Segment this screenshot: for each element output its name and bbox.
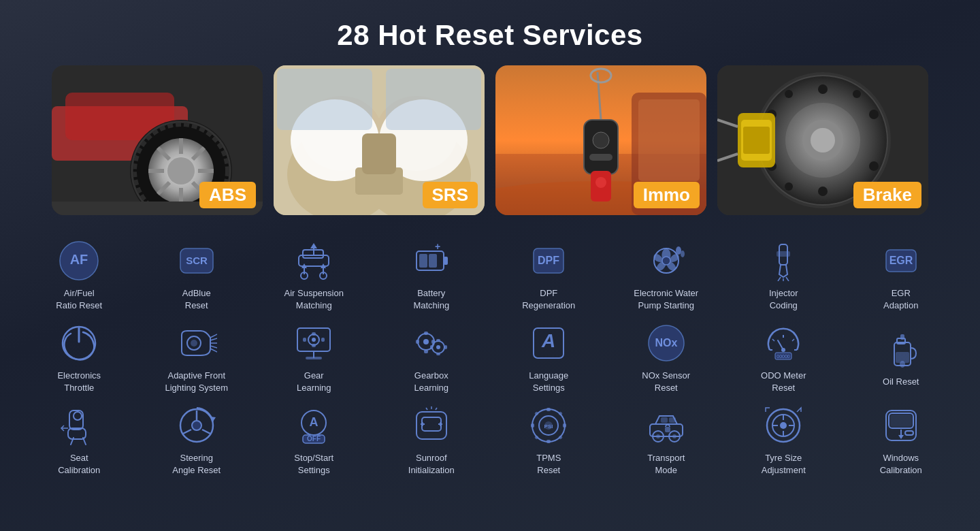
service-label: Tyre SizeAdjustment	[762, 452, 806, 476]
service-language[interactable]: A LanguageSettings	[490, 317, 608, 399]
service-steering[interactable]: SteeringAngle Reset	[138, 399, 256, 481]
service-egr[interactable]: EGR EGRAdaption	[843, 234, 960, 317]
svg-rect-110	[306, 357, 322, 359]
card-srs[interactable]: SRS	[274, 65, 485, 215]
svg-rect-33	[638, 99, 700, 181]
svg-rect-113	[424, 332, 428, 335]
service-seat[interactable]: SeatCalibration	[20, 399, 138, 481]
service-air-suspension[interactable]: Air SuspensionMatching	[255, 234, 373, 317]
egr-icon: EGR	[880, 240, 922, 282]
service-gear-learning[interactable]: GearLearning	[255, 317, 373, 399]
svg-rect-177	[669, 417, 676, 423]
svg-line-99	[210, 346, 217, 349]
svg-line-131	[792, 339, 794, 341]
svg-rect-182	[665, 427, 670, 432]
svg-marker-195	[898, 435, 904, 439]
svg-point-84	[662, 257, 670, 265]
throttle-icon	[58, 322, 100, 364]
srs-label: SRS	[423, 182, 478, 208]
dpf-icon: DPF	[527, 240, 570, 282]
svg-rect-88	[777, 251, 790, 257]
service-transport[interactable]: TransportMode	[608, 399, 725, 481]
card-brake[interactable]: Brake	[717, 65, 928, 215]
svg-point-150	[192, 421, 201, 430]
service-label: Air/FuelRatio Reset	[56, 287, 102, 311]
service-water-pump[interactable]: Electronic WaterPump Starting	[608, 234, 725, 317]
service-stop-start[interactable]: A OFF Stop/StartSettings	[255, 399, 373, 481]
svg-rect-108	[321, 338, 325, 342]
svg-text:EGR: EGR	[889, 255, 913, 266]
svg-line-148	[183, 430, 191, 434]
service-sunroof[interactable]: SunroofInitialization	[373, 399, 491, 481]
svg-line-149	[202, 430, 210, 434]
svg-rect-78	[419, 254, 427, 268]
svg-line-98	[210, 338, 217, 340]
svg-line-162	[436, 408, 437, 410]
svg-point-140	[900, 361, 905, 368]
page-title: 28 Hot Reset Services	[0, 0, 980, 65]
svg-rect-138	[900, 334, 904, 340]
svg-point-51	[853, 90, 861, 98]
oil-icon	[880, 328, 922, 370]
service-label: EGRAdaption	[883, 287, 918, 311]
service-label: TPMSReset	[536, 452, 561, 476]
brake-label: Brake	[853, 182, 921, 208]
service-nox[interactable]: NOx NOx SensorReset	[608, 317, 725, 399]
svg-text:NOx: NOx	[655, 337, 677, 349]
service-windows[interactable]: WindowsCalibration	[843, 399, 960, 481]
service-label: Oil Reset	[883, 376, 919, 388]
service-throttle[interactable]: ElectronicsThrottle	[20, 317, 138, 399]
service-label: BatteryMatching	[413, 287, 449, 311]
windows-icon	[880, 404, 922, 447]
abs-label: ABS	[199, 182, 256, 208]
service-label: SunroofInitialization	[408, 452, 455, 476]
svg-text:A: A	[541, 330, 555, 351]
svg-rect-168	[563, 423, 566, 428]
sunroof-icon	[410, 404, 453, 447]
top-cards-section: ABS SRS	[0, 65, 980, 215]
svg-text:AF: AF	[70, 252, 88, 267]
service-adblue[interactable]: SCR AdBlueReset	[138, 234, 256, 317]
service-tpms[interactable]: PSI TPMSReset	[490, 399, 608, 481]
air-suspension-icon	[293, 240, 335, 282]
svg-rect-26	[362, 133, 396, 174]
service-injector[interactable]: InjectorCoding	[725, 234, 843, 317]
service-label: Stop/StartSettings	[294, 452, 333, 476]
service-label: AdBlueReset	[182, 287, 211, 311]
svg-point-143	[74, 412, 82, 420]
service-label: DPFRegeneration	[522, 287, 575, 311]
service-dpf[interactable]: DPF DPFRegeneration	[490, 234, 608, 317]
svg-text:00000: 00000	[777, 354, 791, 359]
service-label: WindowsCalibration	[880, 452, 922, 476]
svg-line-89	[778, 277, 781, 281]
services-grid: AF Air/FuelRatio Reset SCR AdBlueReset	[0, 234, 980, 481]
svg-rect-119	[436, 339, 440, 342]
service-label: ElectronicsThrottle	[57, 370, 101, 393]
gear-learning-icon	[293, 322, 335, 364]
svg-point-180	[656, 434, 660, 438]
service-tyre-size[interactable]: Tyre SizeAdjustment	[725, 399, 843, 481]
service-headlight[interactable]: Adaptive FrontLighting System	[138, 317, 256, 399]
card-abs[interactable]: ABS	[52, 65, 263, 215]
service-battery[interactable]: + BatteryMatching	[373, 234, 491, 317]
service-odo[interactable]: 00000 ODO MeterReset	[725, 317, 843, 399]
card-immo[interactable]: Immo	[495, 65, 706, 215]
gearbox-icon	[410, 322, 453, 364]
service-air-fuel[interactable]: AF Air/FuelRatio Reset	[20, 234, 138, 317]
svg-point-50	[785, 90, 793, 98]
service-label: SteeringAngle Reset	[172, 452, 220, 476]
immo-label: Immo	[634, 182, 700, 208]
odo-icon: 00000	[762, 322, 804, 364]
svg-rect-121	[430, 345, 433, 349]
service-gearbox[interactable]: GearboxLearning	[373, 317, 491, 399]
air-fuel-icon: AF	[58, 240, 100, 282]
svg-point-86	[681, 251, 685, 257]
svg-point-44	[818, 84, 828, 94]
service-label: Adaptive FrontLighting System	[165, 370, 229, 393]
nox-icon: NOx	[645, 322, 687, 364]
svg-rect-165	[546, 408, 551, 411]
service-oil[interactable]: Oil Reset	[843, 317, 960, 399]
svg-line-95	[210, 334, 217, 338]
injector-icon	[762, 240, 804, 282]
svg-point-85	[676, 246, 681, 255]
